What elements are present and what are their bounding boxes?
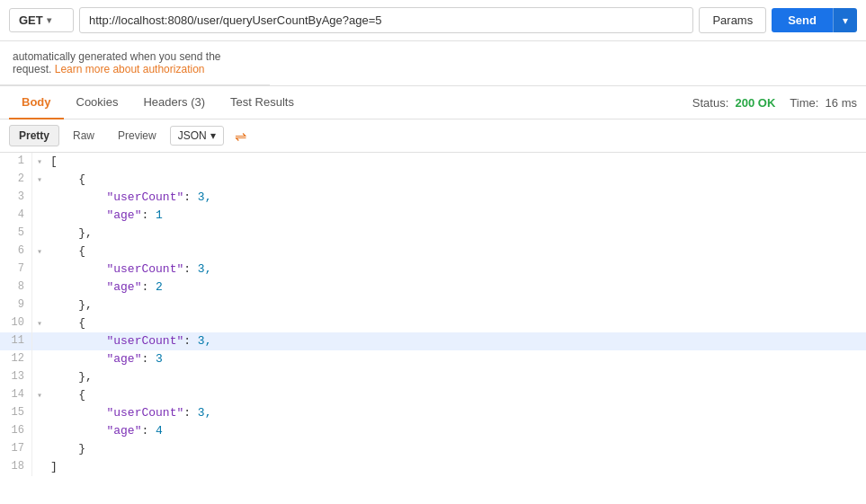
line-number: 9 — [0, 296, 32, 314]
json-line-9: 9 }, — [0, 296, 866, 314]
line-toggle-icon — [32, 404, 47, 422]
tab-cookies[interactable]: Cookies — [64, 86, 131, 119]
line-number: 14 — [0, 386, 32, 404]
top-bar: GET ▾ Params Send ▾ — [0, 0, 866, 41]
line-content: "userCount": 3, — [47, 404, 866, 422]
method-label: GET — [19, 13, 43, 27]
json-line-11: 11 "userCount": 3, — [0, 332, 866, 350]
line-content: } — [47, 440, 866, 458]
json-line-8: 8 "age": 2 — [0, 279, 866, 296]
status-value: 200 OK — [736, 96, 776, 110]
line-number: 15 — [0, 404, 32, 422]
time-value: 16 ms — [826, 96, 857, 110]
json-line-4: 4 "age": 1 — [0, 207, 866, 225]
line-content: "userCount": 3, — [47, 189, 866, 207]
line-toggle-icon[interactable]: ▾ — [32, 314, 47, 332]
json-line-5: 5 }, — [0, 225, 866, 243]
line-content: "age": 4 — [47, 422, 866, 440]
line-content: "userCount": 3, — [47, 332, 866, 350]
json-line-15: 15 "userCount": 3, — [0, 404, 866, 422]
line-toggle-icon[interactable]: ▾ — [32, 386, 47, 404]
json-line-17: 17 } — [0, 440, 866, 458]
send-button-group: Send ▾ — [772, 8, 857, 32]
format-bar: Pretty Raw Preview JSON ▾ ⇌ — [0, 119, 866, 153]
tab-test-results[interactable]: Test Results — [218, 86, 307, 119]
auth-learn-more-link[interactable]: Learn more about authorization — [55, 63, 205, 75]
tab-headers[interactable]: Headers (3) — [130, 86, 218, 119]
line-number: 13 — [0, 368, 32, 386]
line-toggle-icon — [32, 189, 47, 207]
status-info: Status: 200 OK Time: 16 ms — [692, 96, 857, 110]
line-toggle-icon — [32, 440, 47, 458]
line-toggle-icon — [32, 350, 47, 368]
line-content: { — [47, 243, 866, 261]
line-number: 17 — [0, 440, 32, 458]
line-number: 10 — [0, 314, 32, 332]
line-content: "age": 2 — [47, 279, 866, 296]
line-content: { — [47, 386, 866, 404]
json-line-1: 1▾[ — [0, 153, 866, 171]
line-toggle-icon — [32, 207, 47, 225]
json-format-select[interactable]: JSON ▾ — [170, 126, 224, 146]
line-number: 6 — [0, 243, 32, 261]
raw-button[interactable]: Raw — [63, 125, 104, 146]
json-chevron-icon: ▾ — [210, 129, 216, 142]
line-toggle-icon — [32, 368, 47, 386]
line-toggle-icon — [32, 279, 47, 296]
json-line-14: 14▾ { — [0, 386, 866, 404]
wrap-icon[interactable]: ⇌ — [231, 126, 251, 146]
send-button[interactable]: Send — [772, 8, 833, 32]
line-number: 7 — [0, 261, 32, 279]
line-content: { — [47, 171, 866, 189]
line-content: { — [47, 314, 866, 332]
line-content: [ — [47, 153, 866, 171]
url-input[interactable] — [79, 7, 693, 33]
line-toggle-icon[interactable]: ▾ — [32, 243, 47, 261]
params-button[interactable]: Params — [699, 7, 766, 33]
line-toggle-icon — [32, 225, 47, 243]
method-dropdown[interactable]: GET ▾ — [9, 8, 74, 32]
json-viewer: 1▾[2▾ {3 "userCount": 3,4 "age": 15 },6▾… — [0, 153, 866, 476]
line-number: 12 — [0, 350, 32, 368]
line-number: 18 — [0, 458, 32, 476]
line-content: }, — [47, 368, 866, 386]
json-format-label: JSON — [178, 129, 207, 142]
line-toggle-icon[interactable]: ▾ — [32, 153, 47, 171]
line-toggle-icon — [32, 296, 47, 314]
json-line-16: 16 "age": 4 — [0, 422, 866, 440]
line-number: 1 — [0, 153, 32, 171]
preview-button[interactable]: Preview — [108, 125, 166, 146]
json-line-6: 6▾ { — [0, 243, 866, 261]
line-toggle-icon — [32, 422, 47, 440]
json-line-7: 7 "userCount": 3, — [0, 261, 866, 279]
json-line-13: 13 }, — [0, 368, 866, 386]
line-number: 3 — [0, 189, 32, 207]
line-number: 5 — [0, 225, 32, 243]
json-line-12: 12 "age": 3 — [0, 350, 866, 368]
auth-notice: automatically generated when you send th… — [0, 41, 270, 85]
json-line-10: 10▾ { — [0, 314, 866, 332]
method-chevron-icon: ▾ — [47, 15, 51, 25]
status-label: Status: 200 OK — [692, 96, 776, 110]
pretty-button[interactable]: Pretty — [9, 125, 59, 146]
send-dropdown-button[interactable]: ▾ — [833, 8, 857, 32]
json-line-18: 18] — [0, 458, 866, 476]
line-toggle-icon — [32, 261, 47, 279]
line-number: 4 — [0, 207, 32, 225]
line-content: ] — [47, 458, 866, 476]
line-content: }, — [47, 225, 866, 243]
line-content: "userCount": 3, — [47, 261, 866, 279]
json-line-3: 3 "userCount": 3, — [0, 189, 866, 207]
time-label: Time: 16 ms — [790, 96, 857, 110]
tab-body[interactable]: Body — [9, 86, 64, 119]
line-content: "age": 3 — [47, 350, 866, 368]
line-toggle-icon — [32, 332, 47, 350]
line-toggle-icon[interactable]: ▾ — [32, 171, 47, 189]
response-tabs-bar: Body Cookies Headers (3) Test Results St… — [0, 86, 866, 119]
line-content: "age": 1 — [47, 207, 866, 225]
line-content: }, — [47, 296, 866, 314]
json-line-2: 2▾ { — [0, 171, 866, 189]
line-number: 8 — [0, 279, 32, 296]
line-number: 11 — [0, 332, 32, 350]
response-section: Body Cookies Headers (3) Test Results St… — [0, 85, 866, 476]
